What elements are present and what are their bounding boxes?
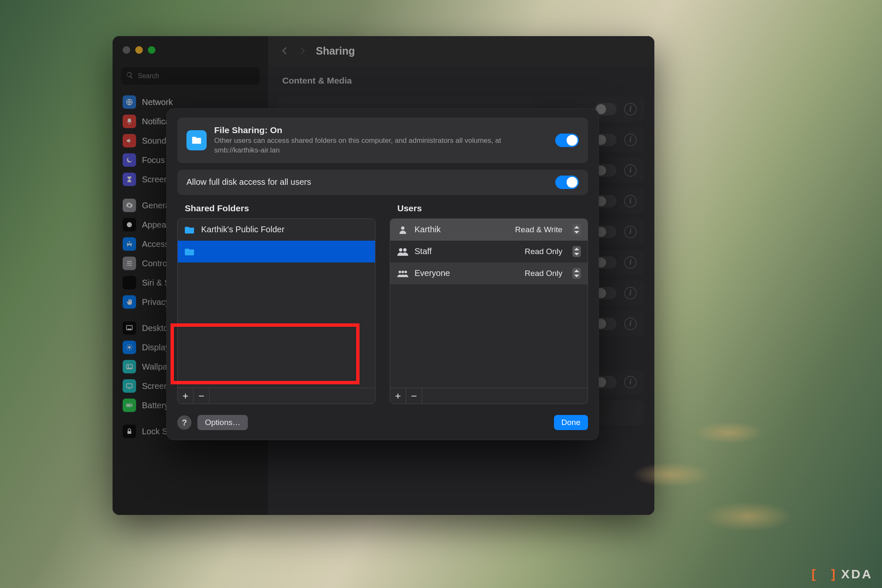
info-icon[interactable]: i: [624, 164, 637, 177]
siri-icon: [123, 276, 136, 289]
user-name: Staff: [415, 247, 432, 256]
sidebar-item-label: Sound: [142, 136, 166, 146]
remove-user-button[interactable]: −: [406, 388, 422, 404]
full-disk-label: Allow full disk access for all users: [186, 177, 311, 187]
screensaver-icon: [123, 379, 136, 393]
nav-forward-button[interactable]: [297, 45, 308, 56]
svg-point-6: [126, 280, 132, 286]
user-name: Karthik: [415, 225, 441, 234]
info-icon[interactable]: i: [624, 103, 637, 116]
section-heading-content-media: Content & Media: [268, 66, 654, 91]
svg-rect-8: [128, 329, 131, 330]
full-disk-toggle[interactable]: [555, 176, 579, 189]
svg-rect-12: [126, 384, 132, 388]
remove-folder-button[interactable]: −: [194, 388, 210, 404]
user-name: Everyone: [415, 268, 450, 278]
sliders-icon: [123, 257, 136, 270]
svg-rect-14: [132, 405, 133, 406]
users-panel: Users KarthikRead & WriteStaffRead OnlyE…: [390, 202, 588, 404]
dock-icon: [123, 321, 136, 335]
nav-back-button[interactable]: [279, 45, 290, 56]
lock-icon: [123, 425, 136, 438]
appearance-icon: [123, 218, 136, 231]
info-icon[interactable]: i: [624, 134, 637, 146]
permission-stepper[interactable]: [572, 268, 581, 279]
permission-stepper[interactable]: [572, 246, 581, 257]
shared-folders-list[interactable]: Karthik's Public Folder + −: [177, 218, 375, 404]
fullscreen-button[interactable]: [148, 46, 155, 54]
topbar: Sharing: [268, 36, 654, 66]
hand-icon: [123, 295, 136, 309]
svg-point-20: [399, 248, 402, 252]
sidebar-item-label: Battery: [142, 401, 168, 410]
user-permission: Read Only: [525, 247, 562, 256]
folder-icon: [184, 247, 195, 256]
svg-point-23: [402, 270, 404, 273]
file-sharing-icon: [186, 130, 207, 150]
permission-stepper[interactable]: [572, 224, 581, 235]
svg-point-21: [403, 248, 407, 252]
svg-point-3: [130, 261, 131, 262]
sun-icon: [123, 341, 136, 354]
file-sharing-title: File Sharing: On: [214, 125, 521, 135]
done-button[interactable]: Done: [554, 415, 588, 430]
xda-watermark: [ ] XDA: [811, 567, 873, 581]
folder-name: Karthik's Public Folder: [201, 225, 284, 234]
svg-point-24: [404, 270, 407, 273]
close-button[interactable]: [123, 46, 130, 54]
sidebar-item-label: Focus: [142, 155, 165, 165]
users-list[interactable]: KarthikRead & WriteStaffRead OnlyEveryon…: [390, 218, 588, 404]
photo-icon: [123, 360, 136, 373]
svg-point-9: [128, 346, 131, 349]
window-controls: [123, 46, 155, 54]
bell-icon: [123, 115, 136, 128]
panels: Shared Folders Karthik's Public Folder +…: [177, 202, 588, 404]
globe-icon: [123, 95, 136, 109]
svg-point-22: [399, 270, 401, 273]
sheet-footer: ? Options… Done: [177, 415, 588, 430]
user-row[interactable]: StaffRead Only: [390, 241, 588, 262]
search-field[interactable]: Search: [121, 67, 260, 85]
info-icon[interactable]: i: [624, 256, 637, 269]
add-folder-button[interactable]: +: [178, 388, 194, 404]
file-sharing-desc: Other users can access shared folders on…: [214, 136, 521, 155]
info-icon[interactable]: i: [624, 376, 637, 388]
user-row[interactable]: KarthikRead & Write: [390, 219, 588, 241]
file-sharing-toggle[interactable]: [555, 134, 579, 147]
svg-point-19: [401, 226, 404, 230]
help-button[interactable]: ?: [177, 415, 192, 430]
user-row[interactable]: EveryoneRead Only: [390, 262, 588, 284]
shared-folder-row[interactable]: Karthik's Public Folder: [178, 219, 375, 241]
hourglass-icon: [123, 173, 136, 186]
full-disk-card: Allow full disk access for all users: [177, 170, 588, 195]
add-user-button[interactable]: +: [390, 388, 406, 404]
battery-icon: [123, 399, 136, 412]
file-sharing-card: File Sharing: On Other users can access …: [177, 118, 588, 163]
shared-folders-panel: Shared Folders Karthik's Public Folder +…: [177, 202, 375, 404]
info-icon[interactable]: i: [624, 287, 637, 299]
minimize-button[interactable]: [135, 46, 143, 54]
user-permission: Read & Write: [515, 225, 562, 234]
gear-icon: [123, 199, 136, 212]
moon-icon: [123, 153, 136, 167]
search-icon: [126, 71, 134, 81]
sidebar-item-label: Network: [142, 97, 173, 107]
svg-point-4: [128, 263, 129, 264]
svg-point-11: [128, 365, 129, 367]
sound-icon: [123, 134, 136, 147]
svg-point-2: [129, 241, 130, 242]
info-icon[interactable]: i: [624, 226, 637, 238]
users-title: Users: [390, 202, 588, 218]
user-permission: Read Only: [525, 269, 562, 278]
folder-icon: [184, 226, 195, 234]
shared-folders-title: Shared Folders: [177, 202, 375, 218]
svg-rect-15: [127, 405, 131, 406]
options-button[interactable]: Options…: [197, 415, 248, 430]
info-icon[interactable]: i: [624, 318, 637, 330]
search-placeholder: Search: [138, 72, 159, 80]
svg-rect-16: [128, 431, 131, 434]
shared-folder-row[interactable]: [178, 241, 375, 262]
info-icon[interactable]: i: [624, 195, 637, 207]
page-title: Sharing: [316, 45, 355, 57]
file-sharing-sheet: File Sharing: On Other users can access …: [166, 108, 599, 440]
